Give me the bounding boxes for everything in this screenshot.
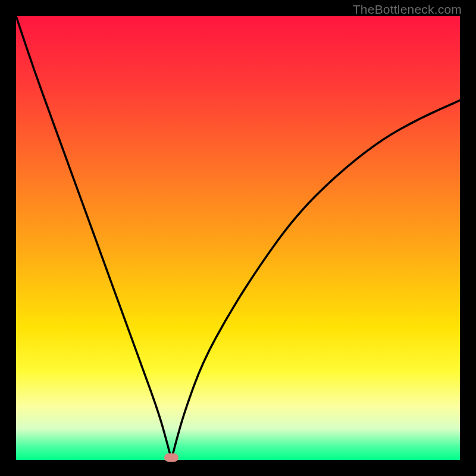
bottleneck-curve xyxy=(16,16,460,460)
optimal-marker xyxy=(164,453,178,462)
chart-stage: TheBottleneck.com xyxy=(0,0,476,476)
plot-area xyxy=(16,16,460,460)
curve-path xyxy=(16,16,460,456)
watermark-text: TheBottleneck.com xyxy=(353,2,462,17)
